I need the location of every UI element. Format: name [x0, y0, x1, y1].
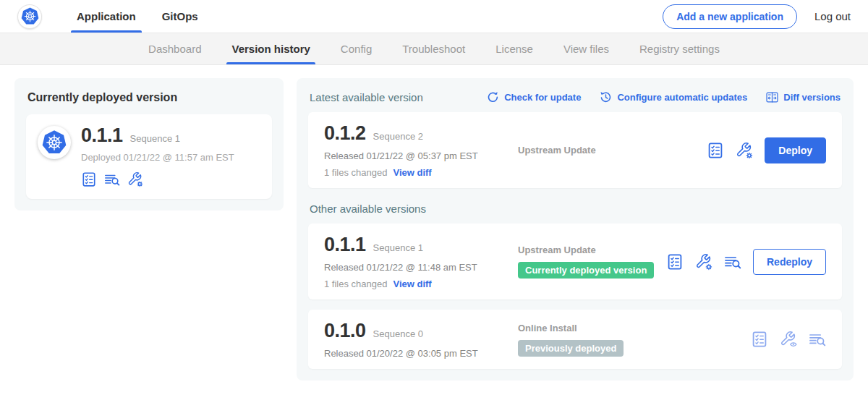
view-diff-link[interactable]: View diff: [393, 167, 431, 178]
currently-deployed-panel: Currently deployed version 0.1.1 Sequenc…: [14, 78, 284, 211]
sequence-label: Sequence 0: [373, 328, 423, 339]
version-number: 0.1.1: [324, 234, 366, 256]
released-timestamp: Released 01/21/22 @ 05:37 pm EST: [324, 150, 518, 161]
source-type-label: Upstream Update: [518, 245, 666, 255]
source-type-label: Upstream Update: [518, 145, 707, 156]
edit-config-icon[interactable]: [736, 142, 753, 159]
deployed-sequence-label: Sequence 1: [130, 133, 180, 144]
version-info: 0.1.0 Sequence 0 Released 01/20/22 @ 03:…: [324, 320, 518, 359]
nav-right: Add a new application Log out: [663, 0, 851, 33]
redeploy-button[interactable]: Redeploy: [753, 249, 826, 275]
add-application-button[interactable]: Add a new application: [663, 4, 797, 29]
nav-tab-gitops[interactable]: GitOps: [149, 0, 211, 33]
version-actions-links: Check for update Configure automatic upd…: [487, 91, 841, 103]
app-subnav: Dashboard Version history Config Trouble…: [0, 33, 868, 65]
edit-config-icon[interactable]: [695, 253, 712, 271]
preflight-checks-icon[interactable]: [666, 253, 684, 271]
nav-spacer: [211, 0, 663, 33]
deployed-version-info: 0.1.1 Sequence 1 Deployed 01/21/22 @ 11:…: [81, 124, 234, 187]
files-changed-label: 1 files changed: [324, 279, 387, 289]
check-for-update-label: Check for update: [504, 92, 581, 103]
tab-license[interactable]: License: [480, 33, 548, 64]
latest-available-title: Latest available version: [310, 91, 423, 103]
diff-icon: [766, 91, 778, 103]
configure-automatic-updates-link[interactable]: Configure automatic updates: [600, 91, 747, 103]
available-versions-panel: Latest available version Check for updat…: [297, 78, 854, 381]
version-source: Upstream Update: [518, 145, 707, 156]
view-config-icon[interactable]: [780, 331, 797, 348]
deployed-version-card: 0.1.1 Sequence 1 Deployed 01/21/22 @ 11:…: [26, 114, 272, 199]
kubernetes-app-icon: [38, 126, 71, 159]
version-card-0-1-1: 0.1.1 Sequence 1 Released 01/21/22 @ 11:…: [308, 224, 842, 299]
other-versions-title: Other available versions: [310, 203, 841, 215]
preflight-checks-icon[interactable]: [707, 142, 724, 159]
files-changed-label: 1 files changed: [324, 167, 387, 178]
version-number: 0.1.2: [324, 122, 366, 145]
source-type-label: Online Install: [518, 323, 751, 333]
tab-dashboard[interactable]: Dashboard: [133, 33, 216, 64]
view-diff-link[interactable]: View diff: [393, 279, 431, 289]
configure-automatic-updates-label: Configure automatic updates: [617, 92, 747, 103]
sequence-label: Sequence 2: [373, 131, 423, 142]
deploy-logs-icon[interactable]: [104, 171, 120, 187]
deployed-version-number: 0.1.1: [81, 124, 123, 147]
version-actions: [751, 331, 826, 348]
tab-registry-settings[interactable]: Registry settings: [624, 33, 735, 64]
version-info: 0.1.1 Sequence 1 Released 01/21/22 @ 11:…: [324, 234, 518, 289]
main-content: Currently deployed version 0.1.1 Sequenc…: [0, 65, 868, 394]
version-actions: Deploy: [707, 137, 826, 163]
version-info: 0.1.2 Sequence 2 Released 01/21/22 @ 05:…: [324, 122, 518, 178]
tab-view-files[interactable]: View files: [548, 33, 624, 64]
released-timestamp: Released 01/20/22 @ 03:05 pm EST: [324, 348, 518, 359]
deployed-timestamp: Deployed 01/21/22 @ 11:57 am EST: [81, 152, 234, 163]
version-card-0-1-2: 0.1.2 Sequence 2 Released 01/21/22 @ 05:…: [308, 112, 842, 188]
deploy-logs-icon[interactable]: [809, 331, 826, 348]
version-actions: Redeploy: [666, 249, 826, 275]
kubernetes-logo-icon: [17, 4, 42, 29]
nav-tab-application[interactable]: Application: [64, 0, 149, 33]
tab-version-history[interactable]: Version history: [216, 33, 325, 64]
tab-troubleshoot[interactable]: Troubleshoot: [387, 33, 480, 64]
check-for-update-link[interactable]: Check for update: [487, 91, 581, 103]
logout-button[interactable]: Log out: [814, 10, 851, 22]
previously-deployed-badge: Previously deployed: [518, 340, 624, 357]
refresh-icon: [487, 91, 499, 103]
schedule-update-icon: [600, 91, 612, 103]
preflight-checks-icon[interactable]: [751, 331, 768, 348]
diff-versions-link[interactable]: Diff versions: [766, 91, 841, 103]
diff-versions-label: Diff versions: [783, 92, 841, 103]
deployed-panel-title: Currently deployed version: [27, 91, 272, 104]
tab-config[interactable]: Config: [326, 33, 387, 64]
edit-config-icon[interactable]: [127, 171, 143, 187]
top-navbar: Application GitOps Add a new application…: [0, 0, 868, 33]
deploy-logs-icon[interactable]: [724, 253, 741, 271]
version-card-0-1-0: 0.1.0 Sequence 0 Released 01/20/22 @ 03:…: [308, 310, 842, 369]
version-source: Online Install Previously deployed: [518, 323, 751, 357]
released-timestamp: Released 01/21/22 @ 11:48 am EST: [324, 262, 518, 273]
app-logo-button[interactable]: [17, 0, 42, 33]
preflight-checks-icon[interactable]: [81, 171, 97, 187]
version-source: Upstream Update Currently deployed versi…: [518, 245, 666, 279]
version-number: 0.1.0: [324, 320, 366, 342]
primary-nav: Application GitOps: [64, 0, 211, 33]
deploy-button[interactable]: Deploy: [765, 137, 826, 163]
sequence-label: Sequence 1: [373, 242, 423, 253]
currently-deployed-badge: Currently deployed version: [518, 262, 654, 279]
